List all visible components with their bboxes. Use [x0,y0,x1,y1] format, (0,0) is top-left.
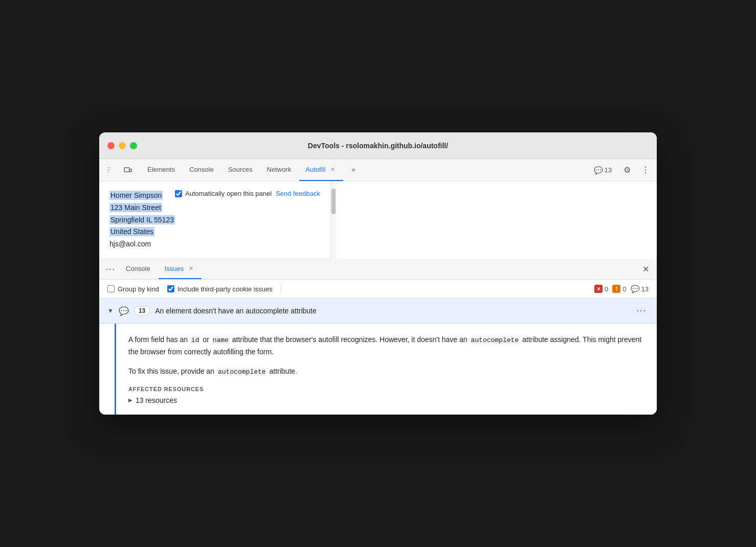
issue-row[interactable]: ▼ 💬 13 An element doesn't have an autoco… [99,299,657,324]
close-panel-button[interactable]: ✕ [638,262,653,277]
code-name: name [211,336,230,345]
bottom-panel: ⋮ Console Issues ✕ ✕ Group by kind [99,259,657,415]
issue-paragraph-1: A form field has an id or name attribute… [128,334,644,357]
address-country-highlight: United States [109,227,154,236]
auto-open-label[interactable]: Automatically open this panel [175,190,272,197]
svg-rect-3 [107,171,108,172]
autofill-panel-wrapper: Homer Simpson 123 Main Street Springfiel… [99,181,657,259]
issue-more-button[interactable]: ⋮ [634,304,649,318]
cursor-icon-button[interactable] [103,163,118,177]
third-party-checkbox[interactable] [167,285,174,292]
warning-icon: ! [612,285,620,293]
tab-bar-icons [103,163,135,177]
bottom-tab-issues-close[interactable]: ✕ [187,264,195,273]
tab-sources[interactable]: Sources [222,159,259,181]
scrollbar-thumb[interactable] [331,189,336,214]
issues-toolbar: Group by kind Include third-party cookie… [99,280,657,299]
scrollbar-track [331,184,336,257]
more-options-button[interactable]: ⋮ [638,163,653,177]
group-by-kind-text: Group by kind [118,285,159,293]
info-count-badge: 💬 13 [631,285,649,293]
address-line-4: United States [109,226,175,238]
issues-badge[interactable]: 💬 13 [590,164,616,176]
bottom-tab-console-label: Console [126,265,150,272]
tab-console[interactable]: Console [183,159,220,181]
code-id: id [190,336,201,345]
code-autocomplete-1: autocomplete [470,336,521,345]
affected-resources-label: AFFECTED RESOURCES [128,386,644,392]
tab-sources-label: Sources [228,166,253,173]
svg-rect-5 [124,168,129,172]
issue-type-icon: 💬 [119,306,129,316]
address-city-highlight: Springfield IL 55123 [109,215,175,224]
resources-expand[interactable]: ▶ 13 resources [128,396,644,404]
title-bar: DevTools - rsolomakhin.github.io/autofil… [99,132,657,159]
issues-count: 13 [605,166,612,174]
warning-count-badge: ! 0 [612,285,626,293]
autofill-address: Homer Simpson 123 Main Street Springfiel… [109,190,175,250]
group-by-kind-checkbox[interactable] [107,285,115,292]
address-line-5: hjs@aol.com [109,238,175,250]
address-line-3: Springfield IL 55123 [109,214,175,226]
tab-autofill-label: Autofill [305,166,325,173]
third-party-label[interactable]: Include third-party cookie issues [167,285,273,293]
group-by-kind-label[interactable]: Group by kind [107,285,159,293]
tab-autofill-close[interactable]: ✕ [328,165,337,174]
toolbar-divider [281,284,281,294]
bottom-tab-issues-label: Issues [165,265,184,272]
bottom-tab-console[interactable]: Console [120,259,157,279]
traffic-lights [107,142,137,149]
affected-resources: AFFECTED RESOURCES ▶ 13 resources [128,386,644,404]
address-line-2: 123 Main Street [109,202,175,214]
third-party-text: Include third-party cookie issues [177,285,273,293]
send-feedback-link[interactable]: Send feedback [276,190,320,197]
error-icon: ✕ [594,285,603,293]
bottom-tab-issues[interactable]: Issues ✕ [159,259,202,279]
issue-more-icon: ⋮ [636,306,647,315]
maximize-button[interactable] [130,142,137,149]
top-tab-bar: Elements Console Sources Network Autofil… [99,159,657,181]
issues-chat-icon: 💬 [594,166,603,174]
tab-network[interactable]: Network [261,159,298,181]
tab-network-label: Network [267,166,292,173]
code-autocomplete-2: autocomplete [216,368,268,376]
error-count: 0 [605,285,608,293]
settings-button[interactable]: ⚙ [620,163,634,177]
window-title: DevTools - rsolomakhin.github.io/autofil… [308,142,448,150]
bottom-more-button[interactable]: ⋮ [103,262,118,277]
address-name-highlight: Homer Simpson [109,191,163,200]
resources-count-label: 13 resources [136,396,177,404]
gear-icon: ⚙ [624,165,631,175]
issue-count-pill: 13 [134,306,150,315]
responsive-icon-button[interactable] [121,163,135,177]
issue-detail: A form field has an id or name attribute… [115,324,657,415]
svg-rect-2 [107,169,108,170]
resources-arrow-icon: ▶ [128,397,132,403]
issue-title: An element doesn't have an autocomplete … [155,307,629,315]
bottom-tab-bar: ⋮ Console Issues ✕ ✕ [99,259,657,280]
expand-arrow-icon[interactable]: ▼ [107,307,114,314]
auto-open-checkbox[interactable] [175,190,182,197]
autofill-scrollbar [330,181,337,259]
svg-rect-0 [107,167,108,168]
auto-open-text: Automatically open this panel [185,190,272,197]
issue-paragraph-2: To fix this issue, provide an autocomple… [128,366,644,378]
tab-autofill[interactable]: Autofill ✕ [299,159,343,181]
warning-count: 0 [622,285,626,293]
error-count-badge: ✕ 0 [594,285,608,293]
address-street-highlight: 123 Main Street [109,203,162,212]
more-icon: ⋮ [641,165,650,175]
info-count: 13 [641,285,649,293]
tab-elements[interactable]: Elements [141,159,181,181]
tab-bar-right: 💬 13 ⚙ ⋮ [590,163,653,177]
minimize-button[interactable] [119,142,126,149]
close-button[interactable] [107,142,115,149]
devtools-body: Elements Console Sources Network Autofil… [99,159,657,415]
tab-elements-label: Elements [147,166,175,173]
devtools-window: DevTools - rsolomakhin.github.io/autofil… [99,132,657,415]
info-icon: 💬 [631,285,639,293]
address-line-1: Homer Simpson [109,190,175,202]
issues-counts: ✕ 0 ! 0 💬 13 [594,285,649,293]
tab-more[interactable]: » [345,159,361,181]
autofill-panel: Homer Simpson 123 Main Street Springfiel… [99,181,330,259]
